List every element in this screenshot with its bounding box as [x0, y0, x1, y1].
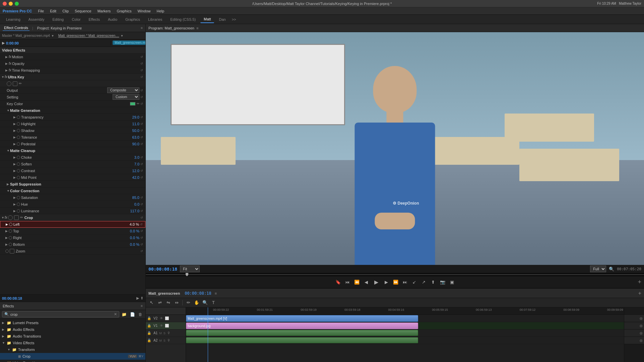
program-monitor-menu-icon[interactable]: ≡ — [196, 26, 198, 30]
ec-ultra-key-reset[interactable]: ↺ — [139, 75, 144, 79]
pm-scrubber[interactable] — [146, 273, 644, 276]
ec-lum-arrow[interactable]: ▶ — [13, 209, 17, 213]
pm-zoom-icon[interactable]: 🔍 — [609, 267, 614, 272]
tl-a2-clip-1[interactable] — [186, 337, 418, 343]
effects-search-input[interactable] — [10, 312, 113, 316]
ec-pedestal-arrow[interactable]: ▶ — [13, 142, 17, 146]
menu-window[interactable]: Window — [135, 8, 153, 14]
pm-overwrite-btn[interactable]: ↗ — [420, 278, 428, 286]
ec-sat-reset[interactable]: ↺ — [139, 195, 144, 200]
effects-new-folder-icon[interactable]: 📁 — [121, 312, 128, 317]
tab-editing[interactable]: Editing — [49, 16, 67, 23]
ec-midpoint-value[interactable]: 42.0 — [126, 175, 139, 179]
pm-playhead[interactable] — [186, 273, 188, 276]
tree-lumetri-presets[interactable]: ▶ 📁 Lumetri Presets — [0, 319, 145, 326]
pm-step-back-btn[interactable]: ⏪ — [353, 278, 361, 286]
ec-contrast-value[interactable]: 12.0 — [126, 169, 139, 173]
ec-transparency-reset[interactable]: ↺ — [139, 115, 144, 120]
ec-contrast-reset[interactable]: ↺ — [139, 168, 144, 173]
tl-a1-s-label[interactable]: S — [164, 332, 166, 335]
pm-lift-btn[interactable]: ⬆ — [429, 278, 437, 286]
ec-lum-reset[interactable]: ↺ — [139, 209, 144, 213]
ec-setting-dropdown[interactable]: Custom Default — [113, 94, 139, 100]
effects-menu-icon[interactable]: ≡ — [141, 304, 143, 308]
ec-crop-pen-icon[interactable]: ✏ — [20, 215, 23, 220]
ec-zoom-reset[interactable]: ↺ — [139, 249, 144, 254]
ec-motion-arrow[interactable]: ▶ — [5, 55, 9, 59]
project-tab[interactable]: Project: Keying in Premiere — [36, 25, 83, 31]
tl-ripple-tool[interactable]: ⇋ — [165, 299, 172, 306]
effects-delete-icon[interactable]: 🗑 — [137, 312, 143, 317]
ec-choke-arrow[interactable]: ▶ — [13, 156, 17, 159]
ec-bottom-play-btn[interactable]: ▶ — [136, 296, 139, 300]
ec-setting-reset[interactable]: ↺ — [139, 95, 144, 99]
ec-choke-value[interactable]: 3.0 — [126, 155, 139, 159]
ec-clip-tag[interactable]: Matt_greenscreen.mp4 — [113, 41, 145, 45]
pm-go-in-btn[interactable]: ◀ — [362, 278, 370, 286]
ec-pedestal-value[interactable]: 90.0 — [126, 142, 139, 146]
ec-color-corr-arrow[interactable]: ▼ — [7, 189, 10, 193]
tree-video-transitions[interactable]: ▶ 📁 Video Transitions — [0, 360, 145, 362]
mac-window-controls[interactable] — [3, 2, 19, 6]
effects-new-item-icon[interactable]: 📄 — [129, 312, 136, 317]
ec-highlight-arrow[interactable]: ▶ — [13, 122, 17, 126]
menu-help[interactable]: Help — [154, 8, 167, 14]
tl-v2-sync-icon[interactable]: ⬜ — [165, 316, 169, 320]
ec-spill-arrow[interactable]: ▶ — [7, 183, 10, 186]
ec-sat-arrow[interactable]: ▶ — [13, 196, 17, 199]
ec-right-arrow[interactable]: ▶ — [5, 236, 9, 239]
ec-top-reset[interactable]: ↺ — [139, 229, 144, 233]
ec-output-dropdown[interactable]: Composite Alpha Channel Color Channel — [107, 87, 139, 93]
ec-sat-value[interactable]: 85.0 — [126, 196, 139, 200]
tl-type-tool[interactable]: T — [210, 299, 217, 306]
ec-transparency-value[interactable]: 29.0 — [126, 115, 139, 119]
tl-a1-clip-1[interactable] — [186, 330, 418, 336]
tree-video-effects[interactable]: ▼ 📁 Video Effects — [0, 340, 145, 346]
tl-v1-lock-icon[interactable]: 🔒 — [147, 324, 151, 328]
ec-opacity-arrow[interactable]: ▶ — [5, 62, 9, 65]
tl-a1-volume-knob[interactable]: ◎ — [640, 331, 643, 335]
tl-selection-tool[interactable]: ↖ — [148, 299, 155, 306]
ec-crop-reset[interactable]: ↺ — [139, 215, 144, 220]
tl-a2-mic-icon[interactable]: 🎙 — [167, 339, 171, 342]
tl-hand-tool[interactable]: ✋ — [193, 299, 200, 306]
tab-assembly[interactable]: Assembly — [25, 16, 48, 23]
tl-v2-volume-knob[interactable]: ◎ — [640, 316, 643, 320]
tl-a1-m-label[interactable]: M — [159, 332, 162, 335]
tl-a1-mic-icon[interactable]: 🎙 — [167, 331, 171, 335]
pm-export-frame-btn[interactable]: ▣ — [448, 278, 456, 286]
ec-left-expand-arrow[interactable]: ▶ — [6, 223, 9, 226]
tab-effects[interactable]: Effects — [85, 16, 103, 23]
tree-crop[interactable]: ▶ ▦ Crop YUV ⌘Y — [0, 353, 145, 360]
tab-learning[interactable]: Learning — [3, 16, 24, 23]
tl-pen-tool[interactable]: ✏ — [185, 299, 192, 306]
ec-hue-value[interactable]: 0.0 — [126, 202, 139, 206]
tab-libraries[interactable]: Libraries — [145, 16, 166, 23]
menu-markers[interactable]: Markers — [95, 8, 114, 14]
ec-play-button[interactable]: ▶ — [2, 41, 5, 45]
ec-hue-reset[interactable]: ↺ — [139, 202, 144, 207]
ec-lum-value[interactable]: 117.0 — [126, 209, 139, 213]
tl-track-select-tool[interactable]: ⇌ — [156, 299, 164, 306]
tab-audio[interactable]: Audio — [105, 16, 121, 23]
ec-soften-reset[interactable]: ↺ — [139, 162, 144, 166]
tl-a2-volume-knob[interactable]: ◎ — [640, 339, 643, 342]
ec-tolerance-arrow[interactable]: ▶ — [13, 136, 17, 139]
ec-crop-expand-arrow[interactable]: ▼ — [1, 216, 5, 219]
mac-close-button[interactable] — [3, 2, 7, 6]
tl-v1-eye-icon[interactable]: 👁 — [160, 324, 163, 328]
ec-left-value[interactable]: 4.0 % — [126, 222, 139, 226]
ec-contrast-arrow[interactable]: ▶ — [13, 169, 17, 172]
pm-add-button[interactable]: + — [638, 279, 641, 286]
pm-next-edit-btn[interactable]: ⏭ — [401, 278, 409, 286]
ec-tolerance-value[interactable]: 63.0 — [126, 135, 139, 139]
ec-source-clip[interactable]: Matt_greenscreen * Matt_greenscreen.... — [58, 34, 119, 38]
ec-ultra-key-arrow[interactable]: ▼ — [1, 75, 5, 79]
timeline-add-track-btn[interactable]: + — [638, 290, 641, 296]
tab-matt[interactable]: Matt — [200, 16, 214, 23]
ec-right-value[interactable]: 0.0 % — [126, 236, 139, 240]
ec-circle-icon[interactable] — [7, 81, 11, 86]
ec-pen-icon[interactable]: ✏ — [19, 81, 22, 86]
ec-shadow-arrow[interactable]: ▶ — [13, 129, 17, 132]
tl-v2-clip-1[interactable]: Matt_greenscreen.mp4 [V] — [186, 315, 418, 322]
